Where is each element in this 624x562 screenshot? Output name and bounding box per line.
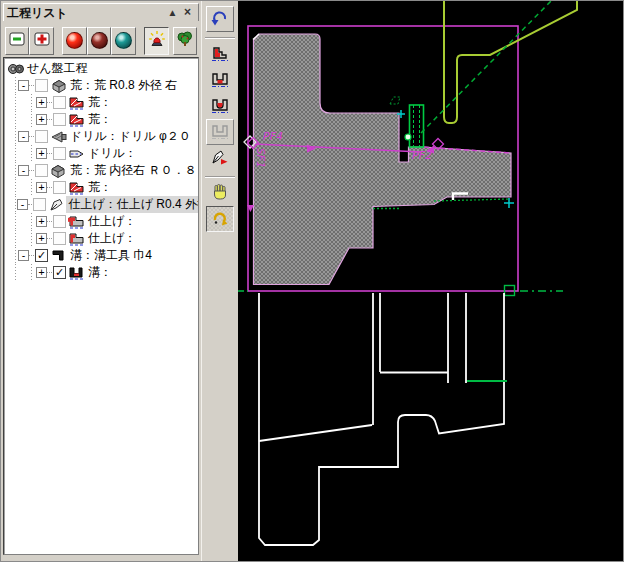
expand-toggle[interactable]: + xyxy=(36,148,47,159)
tree-row[interactable]: - ドリル：ドリル φ２０ xyxy=(6,128,198,145)
pen-red-arrow-icon xyxy=(210,147,230,170)
expand-toggle[interactable]: - xyxy=(17,199,28,210)
teal-lamp-button[interactable] xyxy=(111,27,135,55)
expand-toggle[interactable]: - xyxy=(18,131,29,142)
cad-toolbar xyxy=(201,1,238,562)
tool-holder-path xyxy=(444,1,577,123)
row-checkbox[interactable] xyxy=(35,130,48,143)
collapse-item-button[interactable] xyxy=(5,27,29,55)
label-pf2: PF2 xyxy=(412,149,432,162)
tree-row-label[interactable]: ドリル：ドリル φ２０ xyxy=(68,128,193,145)
expand-toggle[interactable]: + xyxy=(36,114,47,125)
rough-cut-icon xyxy=(67,95,86,111)
teal-ball-icon xyxy=(115,32,132,49)
expand-toggle[interactable]: + xyxy=(36,182,47,193)
rotate-arrow-icon xyxy=(210,208,230,231)
turning-cycle-3-button[interactable] xyxy=(206,93,234,119)
panel-minimize-button[interactable]: ▲ xyxy=(165,6,180,20)
dark-red-lamp-button[interactable] xyxy=(87,27,111,55)
toolpath-edit-button[interactable] xyxy=(206,145,234,171)
tree-row[interactable]: - 仕上げ：仕上げ R0.4 外径 xyxy=(6,196,198,213)
tree-row-label[interactable]: 荒：荒 内径右 Ｒ０．８ xyxy=(68,162,198,179)
tree-row[interactable]: - ✓ 溝：溝工具 巾4 xyxy=(6,247,198,264)
row-checkbox[interactable] xyxy=(35,164,48,177)
tree-row[interactable]: + 仕上げ： xyxy=(6,213,198,230)
turning-cycle-2-button[interactable] xyxy=(206,67,234,93)
undo-button[interactable] xyxy=(206,6,234,32)
approach-dashed-line xyxy=(421,1,551,133)
rough-op-icon xyxy=(49,78,68,94)
tree-row-label[interactable]: 仕上げ： xyxy=(86,213,138,230)
row-checkbox[interactable] xyxy=(33,198,46,211)
tree-row[interactable]: + ✓ 溝： xyxy=(6,264,198,281)
tree-row[interactable]: - 荒：荒 R0.8 外径 右 xyxy=(6,77,198,94)
label-sf1: SF1 xyxy=(254,148,267,168)
tree-row-label[interactable]: 溝： xyxy=(86,264,114,281)
row-checkbox[interactable] xyxy=(53,113,66,126)
tree-row-label[interactable]: せん盤工程 xyxy=(25,60,90,77)
tree-row-label[interactable]: 仕上げ：仕上げ R0.4 外径 xyxy=(66,196,198,213)
finish-cut-icon xyxy=(67,214,86,230)
tree-row-label[interactable]: ドリル： xyxy=(86,145,139,162)
row-checkbox[interactable]: ✓ xyxy=(35,249,48,262)
panel-titlebar[interactable]: 工程リスト ▲ × xyxy=(3,3,199,21)
cad-drawing: PF4 PF2 SF1 xyxy=(238,1,624,562)
tree-row-root[interactable]: せん盤工程 xyxy=(6,60,198,77)
tree-row-label[interactable]: 荒：荒 R0.8 外径 右 xyxy=(68,77,179,94)
tree-row[interactable]: - 荒：荒 内径右 Ｒ０．８ xyxy=(6,162,198,179)
alarm-button[interactable] xyxy=(144,27,168,55)
turning-profile-disabled-icon xyxy=(210,121,230,144)
tree-row-label[interactable]: 荒： xyxy=(86,111,114,128)
tree-icon xyxy=(175,29,195,52)
row-checkbox[interactable] xyxy=(53,96,66,109)
cad-viewport[interactable]: PF4 PF2 SF1 xyxy=(238,1,624,562)
red-ball-icon xyxy=(66,32,83,49)
row-checkbox[interactable]: ✓ xyxy=(53,266,66,279)
tree-view-button[interactable] xyxy=(173,27,197,55)
panel-title: 工程リスト xyxy=(7,5,165,21)
app-window: 工程リスト ▲ × xyxy=(0,0,624,562)
expand-toggle[interactable]: - xyxy=(18,165,29,176)
expand-toggle[interactable]: - xyxy=(18,250,29,261)
row-checkbox[interactable] xyxy=(35,79,48,92)
alarm-lamp-icon xyxy=(147,29,167,52)
expand-toggle[interactable]: + xyxy=(36,233,47,244)
tree-row-label[interactable]: 仕上げ： xyxy=(86,230,138,247)
dark-red-ball-icon xyxy=(91,32,108,49)
tree-row-label[interactable]: 荒： xyxy=(86,179,114,196)
panel-close-button[interactable]: × xyxy=(180,6,195,20)
process-tree[interactable]: せん盤工程 - 荒：荒 R0.8 外径 右 + 荒： xyxy=(3,57,199,555)
hand-icon xyxy=(210,182,230,205)
turning-cycle-4-button[interactable] xyxy=(206,119,234,145)
part-cross-section xyxy=(254,34,512,285)
lathe-process-icon xyxy=(6,61,25,77)
tree-row-label[interactable]: 荒： xyxy=(86,94,114,111)
expand-toggle[interactable]: - xyxy=(18,80,29,91)
tree-row[interactable]: + 荒： xyxy=(6,111,198,128)
tree-row[interactable]: + 荒： xyxy=(6,179,198,196)
drill-cut-icon xyxy=(67,146,86,162)
groove-op-icon xyxy=(49,248,68,264)
tree-row[interactable]: + 仕上げ： xyxy=(6,230,198,247)
label-pf4: PF4 xyxy=(263,130,283,143)
rough-cut-icon xyxy=(67,180,86,196)
add-item-button[interactable] xyxy=(29,27,53,55)
expand-toggle[interactable]: + xyxy=(36,97,47,108)
rotate-view-button[interactable] xyxy=(206,206,234,232)
expand-toggle[interactable]: + xyxy=(36,267,47,278)
expand-toggle[interactable]: + xyxy=(36,216,47,227)
tree-row-label[interactable]: 溝：溝工具 巾4 xyxy=(68,247,154,264)
row-checkbox[interactable] xyxy=(53,181,66,194)
tree-row[interactable]: + 荒： xyxy=(6,94,198,111)
turning-cycle-1-button[interactable] xyxy=(206,41,234,67)
row-checkbox[interactable] xyxy=(53,215,66,228)
turning-profile-1-icon xyxy=(210,43,230,66)
row-checkbox[interactable] xyxy=(53,232,66,245)
finish-cut-icon xyxy=(67,231,86,247)
row-checkbox[interactable] xyxy=(53,147,66,160)
red-lamp-button[interactable] xyxy=(62,27,86,55)
pan-button[interactable] xyxy=(206,180,234,206)
tree-row[interactable]: + ドリル： xyxy=(6,145,198,162)
green-bar-icon xyxy=(7,29,27,52)
finished-profile xyxy=(259,293,504,545)
